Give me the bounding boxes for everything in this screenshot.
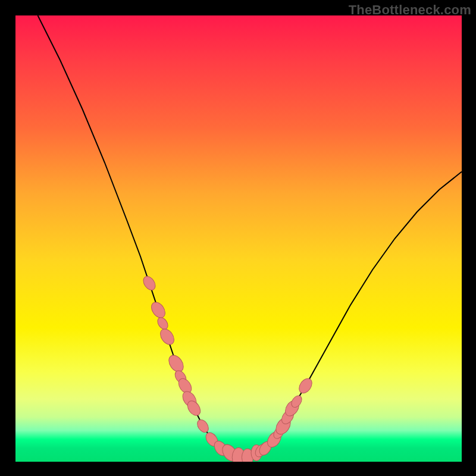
chart-svg: [15, 15, 462, 462]
curve-marker: [149, 300, 168, 321]
curve-marker: [296, 376, 314, 395]
chart-plot-area: [15, 15, 462, 462]
curve-markers: [141, 274, 315, 462]
curve-marker: [195, 418, 211, 434]
curve-marker: [155, 316, 170, 331]
curve-marker: [158, 327, 177, 347]
bottleneck-curve: [38, 15, 462, 458]
curve-marker: [166, 353, 186, 375]
curve-marker: [141, 274, 158, 292]
watermark-text: TheBottleneck.com: [349, 2, 471, 18]
